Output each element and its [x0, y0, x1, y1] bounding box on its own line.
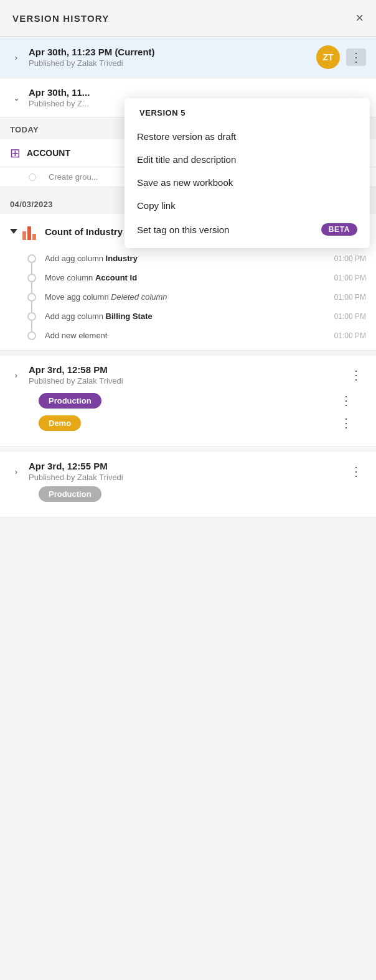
dropdown-version-label: VERSION5 [125, 104, 370, 125]
beta-tag: BETA [321, 223, 357, 236]
grid-icon: ⊞ [10, 146, 21, 160]
dot-icon [29, 173, 36, 181]
chevron-right-icon-1258[interactable]: › [10, 369, 22, 381]
version-date-apr30-2: Apr 30th, 11... [29, 87, 366, 98]
tags-container-1258: Production ⋮ Demo ⋮ [10, 386, 366, 438]
account-label: ACCOUNT [27, 148, 70, 158]
create-group-text: Create grou... [49, 172, 98, 182]
more-options-button-current[interactable]: ⋮ [346, 49, 366, 66]
header-title: VERSION HISTORY [12, 13, 110, 24]
avatar-zt: ZT [316, 45, 340, 69]
change-dot-0 [27, 254, 36, 263]
change-dot-1 [27, 274, 36, 282]
change-item-4: Add new element 01:00 PM [0, 326, 376, 344]
change-time-2: 01:00 PM [334, 293, 366, 302]
change-item-0: Add agg column Industry 01:00 PM [0, 249, 376, 268]
production-tag-disabled-1255: Production [39, 486, 101, 502]
more-options-1258[interactable]: ⋮ [346, 366, 366, 384]
change-dot-3 [27, 312, 36, 321]
demo-tag-1258[interactable]: Demo [39, 415, 81, 431]
copy-link-item[interactable]: Copy link [125, 194, 370, 217]
chevron-down-icon[interactable]: ⌄ [10, 91, 22, 104]
change-time-0: 01:00 PM [334, 254, 366, 263]
triangle-down-icon[interactable] [10, 229, 17, 234]
version-date-1258: Apr 3rd, 12:58 PM [29, 364, 340, 375]
change-time-3: 01:00 PM [334, 312, 366, 321]
change-dot-2 [27, 293, 36, 302]
production-tag-1258[interactable]: Production [39, 393, 101, 409]
edit-title-item[interactable]: Edit title and description [125, 148, 370, 171]
version-author-1258: Published by Zalak Trivedi [29, 376, 340, 386]
version-row-apr3-1258: › Apr 3rd, 12:58 PM Published by Zalak T… [0, 356, 376, 447]
version-history-header: VERSION HISTORY × [0, 0, 376, 37]
change-text-4: Add new element [45, 331, 334, 340]
change-time-4: 01:00 PM [334, 331, 366, 340]
change-text-2: Move agg column Deleted column [45, 292, 334, 302]
close-button[interactable]: × [355, 11, 364, 25]
bar-chart-icon [22, 223, 40, 240]
demo-tag-more-1258[interactable]: ⋮ [336, 414, 356, 432]
chevron-right-icon[interactable]: › [10, 51, 22, 63]
change-item-1: Move column Account Id 01:00 PM [0, 268, 376, 287]
save-workbook-item[interactable]: Save as new workbook [125, 171, 370, 194]
version-date-current: Apr 30th, 11:23 PM (Current) [29, 47, 310, 57]
change-time-1: 01:00 PM [334, 274, 366, 282]
change-list: Add agg column Industry 01:00 PM Move co… [0, 249, 376, 350]
version-row-apr3-1255: › Apr 3rd, 12:55 PM Published by Zalak T… [0, 452, 376, 517]
change-text-3: Add agg column Billing State [45, 312, 334, 321]
version-date-1255: Apr 3rd, 12:55 PM [29, 461, 340, 471]
tags-container-1255: Production [10, 482, 111, 508]
chevron-right-icon-1255[interactable]: › [10, 465, 22, 478]
context-menu: VERSION5 Restore version as draft Edit t… [125, 98, 370, 248]
change-item-3: Add agg column Billing State 01:00 PM [0, 307, 376, 326]
change-text-1: Move column Account Id [45, 273, 334, 282]
version-row-current: › Apr 30th, 11:23 PM (Current) Published… [0, 37, 376, 78]
change-text-0: Add agg column Industry [45, 254, 334, 263]
more-options-1255[interactable]: ⋮ [346, 463, 366, 480]
version-author-current: Published by Zalak Trivedi [29, 58, 310, 68]
version-author-1255: Published by Zalak Trivedi [29, 473, 340, 482]
change-item-2: Move agg column Deleted column 01:00 PM [0, 287, 376, 307]
restore-version-item[interactable]: Restore version as draft [125, 125, 370, 148]
change-dot-4 [27, 331, 36, 340]
production-tag-more-1258[interactable]: ⋮ [336, 392, 356, 409]
set-tag-item[interactable]: Set tag on this version BETA [125, 217, 370, 242]
